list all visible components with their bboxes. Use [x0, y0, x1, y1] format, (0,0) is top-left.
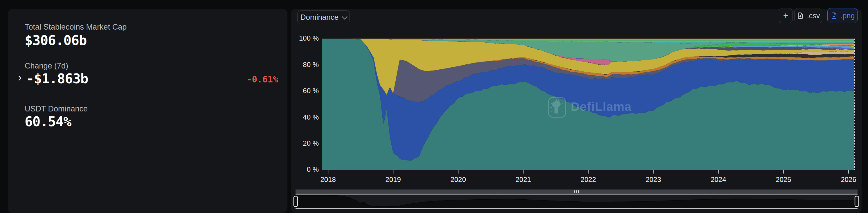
- dominance-area-chart[interactable]: 100 %80 %60 %40 %20 %0 %2018201920202021…: [291, 9, 862, 213]
- stats-panel: Total Stablecoins Market Cap $306.06b Ch…: [8, 9, 287, 213]
- y-axis-label: 0 %: [307, 165, 319, 173]
- total-marketcap-label: Total Stablecoins Market Cap: [25, 23, 127, 32]
- scrollbar-grip-icon[interactable]: [574, 190, 575, 193]
- scrollbar-grip-icon[interactable]: [578, 190, 579, 193]
- x-axis-label: 2018: [320, 176, 336, 183]
- usdt-dominance-label: USDT Dominance: [25, 104, 88, 114]
- x-axis-label: 2024: [711, 176, 726, 183]
- scrollbar-grip-icon[interactable]: [576, 190, 577, 193]
- usdt-dominance-value: 60.54%: [25, 114, 71, 129]
- y-axis-label: 20 %: [303, 139, 319, 147]
- x-axis-label: 2026: [841, 176, 856, 183]
- x-axis-label: 2019: [385, 176, 401, 183]
- y-axis-label: 80 %: [303, 61, 319, 68]
- change-7d-percent: -0.61%: [247, 74, 278, 85]
- x-axis-label: 2023: [646, 176, 661, 183]
- change-7d-label: Change (7d): [25, 62, 68, 70]
- x-axis-label: 2021: [516, 176, 531, 183]
- x-axis-label: 2020: [451, 176, 466, 183]
- change-7d-value: -$1.863b: [26, 71, 88, 87]
- y-axis-label: 100 %: [299, 34, 319, 42]
- x-axis-label: 2022: [581, 176, 596, 183]
- expand-chevron-icon[interactable]: ›: [18, 71, 22, 84]
- y-axis-label: 40 %: [303, 113, 319, 121]
- y-axis-label: 60 %: [303, 87, 319, 95]
- total-marketcap-value: $306.06b: [25, 32, 87, 48]
- chart-panel: Dominance + .csv .png 100 %80 %60 %40 %2…: [291, 9, 862, 213]
- x-axis-label: 2025: [776, 176, 791, 183]
- brush-handle-left[interactable]: [294, 196, 298, 207]
- brush-handle-right[interactable]: [855, 196, 859, 207]
